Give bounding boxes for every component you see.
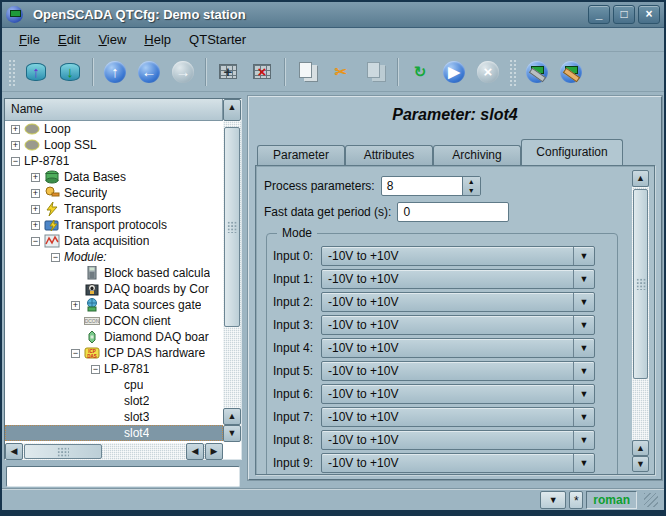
cut-item-button[interactable]: ✂ [326,57,356,87]
tab-parameter[interactable]: Parameter [257,145,345,165]
expand-icon[interactable]: + [31,189,40,198]
tree-item-slot3[interactable]: slot3 [5,409,223,425]
chevron-down-icon[interactable]: ▼ [573,293,594,311]
chevron-down-icon[interactable]: ▼ [573,362,594,380]
chevron-down-icon[interactable]: ▼ [573,247,594,265]
chevron-down-icon[interactable]: ▼ [573,339,594,357]
toolbar-handle[interactable] [7,58,16,86]
collapse-icon[interactable]: − [11,157,20,166]
go-back-button[interactable]: ← [134,57,164,87]
spin-up-icon[interactable]: ▲ [463,177,480,186]
tree-item-daq-boards-by-cor[interactable]: DAQ boards by Cor [5,281,223,297]
process-parameters-value[interactable]: 8 [382,177,462,195]
tree-item-cpu[interactable]: cpu [5,377,223,393]
fast-data-period-field[interactable]: 0 [397,202,509,222]
menu-item-help[interactable]: Help [135,29,180,50]
tree-item-slot2[interactable]: slot2 [5,393,223,409]
add-item-button[interactable]: + [213,57,243,87]
tab-archiving[interactable]: Archiving [433,145,521,165]
tree-item-data-sources-gate[interactable]: +Data sources gate [5,297,223,313]
tab-configuration[interactable]: Configuration [521,139,623,165]
close-icon[interactable]: × [638,5,660,24]
tree-item-loop-ssl[interactable]: +Loop SSL [5,137,223,153]
chevron-down-icon[interactable]: ▼ [573,316,594,334]
collapse-icon[interactable]: − [91,365,100,374]
expand-icon[interactable]: + [31,205,40,214]
status-dropdown-button[interactable]: ▼ [540,491,566,509]
scroll-down-icon[interactable]: ▼ [632,456,649,472]
tree-item-dcon-client[interactable]: DCONDCON client [5,313,223,329]
input-8-mode-select[interactable]: -10V to +10V▼ [321,430,595,450]
collapse-icon[interactable]: − [51,253,60,262]
tree-hscrollbar-thumb[interactable] [24,444,102,459]
input-2-mode-select[interactable]: -10V to +10V▼ [321,292,595,312]
chevron-down-icon[interactable]: ▼ [573,454,594,472]
input-7-mode-select[interactable]: -10V to +10V▼ [321,407,595,427]
input-3-mode-select[interactable]: -10V to +10V▼ [321,315,595,335]
tree-item-loop[interactable]: +Loop [5,121,223,137]
tree-scrollbar-thumb[interactable] [224,127,240,327]
resize-grip[interactable] [644,493,658,507]
paste-item-button[interactable] [360,57,390,87]
tree-item-slot4[interactable]: slot4 [5,425,223,441]
process-parameters-spinner[interactable]: 8 ▲ ▼ [381,176,481,196]
stop-button[interactable]: × [473,57,503,87]
expand-icon[interactable]: + [11,141,20,150]
scroll-up-icon[interactable]: ▲ [632,170,649,187]
menu-item-qtstarter[interactable]: QTStarter [180,29,255,50]
qtcfg-designer-button[interactable] [556,57,586,87]
tree-item-lp-8781[interactable]: −LP-8781 [5,361,223,377]
menu-item-file[interactable]: File [10,29,49,50]
go-up-button[interactable]: ↑ [100,57,130,87]
input-6-mode-select[interactable]: -10V to +10V▼ [321,384,595,404]
input-9-mode-select[interactable]: -10V to +10V▼ [321,453,595,473]
scroll-up-icon[interactable]: ▲ [632,440,649,456]
maximize-icon[interactable]: □ [613,5,635,24]
menu-item-edit[interactable]: Edit [49,29,89,50]
load-from-db-button[interactable]: ↑ [21,57,51,87]
tree-item-data-bases[interactable]: +Data Bases [5,169,223,185]
scroll-left-icon[interactable]: ◀ [5,443,23,460]
status-star-button[interactable]: * [569,491,583,509]
qtcfg-configurator-button[interactable] [522,57,552,87]
scroll-left-icon[interactable]: ◀ [186,443,204,460]
navigation-tree[interactable]: +Loop+Loop SSL−LP-8781+Data Bases+Securi… [5,121,223,443]
go-forward-button[interactable]: → [168,57,198,87]
refresh-button[interactable]: ↻ [405,57,435,87]
minimize-icon[interactable]: _ [588,5,610,24]
expand-icon[interactable]: + [71,301,80,310]
tree-filter-input[interactable] [6,466,240,487]
tree-item-transport-protocols[interactable]: +Transport protocols [5,217,223,233]
input-1-mode-select[interactable]: -10V to +10V▼ [321,269,595,289]
panel-scrollbar-thumb[interactable] [633,189,648,379]
collapse-icon[interactable]: − [71,349,80,358]
delete-item-button[interactable]: × [247,57,277,87]
input-4-mode-select[interactable]: -10V to +10V▼ [321,338,595,358]
save-to-db-button[interactable]: ↓ [55,57,85,87]
scroll-up-icon[interactable]: ▲ [223,408,241,425]
expand-icon[interactable]: + [31,173,40,182]
tree-item-diamond-daq-boar[interactable]: Diamond DAQ boar [5,329,223,345]
tree-item-security[interactable]: +Security [5,185,223,201]
chevron-down-icon[interactable]: ▼ [573,431,594,449]
input-0-mode-select[interactable]: -10V to +10V▼ [321,246,595,266]
chevron-down-icon[interactable]: ▼ [573,270,594,288]
scroll-down-icon[interactable]: ▼ [223,425,241,442]
toolbar-handle[interactable] [508,58,517,86]
tree-item-module[interactable]: −Module: [5,249,223,265]
tree-item-transports[interactable]: +Transports [5,201,223,217]
expand-icon[interactable]: + [11,125,20,134]
tab-attributes[interactable]: Attributes [345,145,433,165]
menu-item-view[interactable]: View [89,29,135,50]
scroll-right-icon[interactable]: ▶ [205,443,223,460]
chevron-down-icon[interactable]: ▼ [573,385,594,403]
title-bar[interactable]: OpenSCADA QTCfg: Demo station _ □ × [2,2,664,28]
tree-item-data-acquisition[interactable]: −Data acquisition [5,233,223,249]
tree-item-icp-das-hardware[interactable]: −ICPDASICP DAS hardware [5,345,223,361]
start-button[interactable]: ▶ [439,57,469,87]
tree-item-block-based-calcula[interactable]: Block based calcula [5,265,223,281]
chevron-down-icon[interactable]: ▼ [573,408,594,426]
tree-column-header[interactable]: Name [5,99,223,121]
tree-horizontal-scrollbar[interactable]: ◀ ◀ ▶ [5,443,223,460]
copy-item-button[interactable] [292,57,322,87]
